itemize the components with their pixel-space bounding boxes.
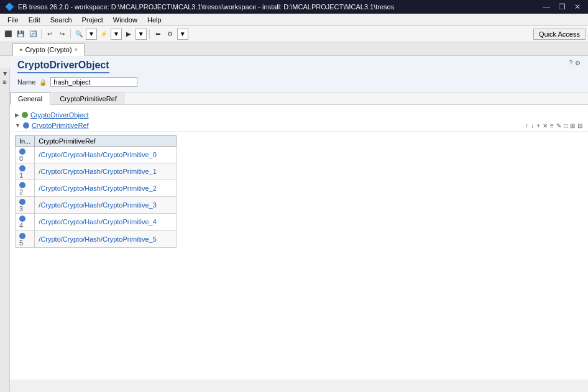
row-icon — [19, 216, 25, 222]
path-cell[interactable]: /Crypto/Crypto/Hash/CryptoPrimitive_3 — [35, 197, 177, 214]
path-cell[interactable]: /Crypto/Crypto/Hash/CryptoPrimitive_4 — [35, 214, 177, 230]
prim-table-body: 0/Crypto/Crypto/Hash/CryptoPrimitive_01/… — [16, 147, 177, 248]
tool-expand-all[interactable]: ⊞ — [569, 122, 576, 129]
table-row: 1/Crypto/Crypto/Hash/CryptoPrimitive_1 — [16, 163, 177, 180]
close-button[interactable]: ✕ — [572, 2, 583, 11]
editor-tab-bar: ● Crypto (Crypto) × — [0, 42, 588, 56]
col-prim-ref: CryptoPrimitiveRef — [35, 136, 177, 147]
tool-up[interactable]: ↑ — [525, 122, 529, 129]
expand-prim-icon[interactable]: ▼ — [15, 122, 21, 129]
table-row: 2/Crypto/Crypto/Hash/CryptoPrimitive_2 — [16, 180, 177, 197]
toolbar: ⬛ 💾 🔄 ↩ ↪ 🔍 ▼ ⚡ ▼ ▶ ▼ ⬅ ⚙ ▼ Quick Access — [0, 26, 588, 42]
toolbar-dropdown-1[interactable]: ▼ — [86, 29, 97, 40]
sidebar-icon-1: ▶ — [2, 72, 7, 76]
menu-file[interactable]: File — [2, 15, 24, 25]
tool-down[interactable]: ↓ — [530, 122, 535, 129]
menu-window[interactable]: Window — [108, 15, 142, 25]
editor-tab-crypto[interactable]: ● Crypto (Crypto) × — [12, 43, 85, 56]
tab-label: Crypto (Crypto) — [25, 46, 71, 53]
index-cell: 2 — [16, 180, 35, 197]
window-title: EB tresos 26.2.0 - workspace: D:\MCALPRO… — [18, 3, 536, 11]
toolbar-btn-5[interactable]: ↪ — [57, 29, 68, 40]
tool-add[interactable]: + — [536, 122, 541, 129]
help-icon[interactable]: ? — [569, 60, 572, 66]
toolbar-sep-2 — [70, 29, 71, 39]
menu-search[interactable]: Search — [45, 15, 77, 25]
toolbar-btn-7[interactable]: ⚡ — [98, 29, 109, 40]
toolbar-btn-4[interactable]: ↩ — [44, 29, 55, 40]
prim-ref-link[interactable]: CryptoPrimitiveRef — [32, 122, 89, 129]
help-icons: ? ⚙ — [569, 60, 581, 66]
driver-object-link[interactable]: CryptoDriverObject — [30, 111, 89, 119]
settings-icon[interactable]: ⚙ — [575, 60, 581, 66]
row-icon — [19, 165, 25, 171]
expand-driver-icon[interactable]: ▶ — [15, 112, 19, 118]
prim-ref-table: In... CryptoPrimitiveRef 0/Crypto/Crypto… — [15, 135, 177, 248]
menu-bar: File Edit Search Project Window Help — [0, 14, 588, 26]
table-row: 4/Crypto/Crypto/Hash/CryptoPrimitive_4 — [16, 214, 177, 230]
toolbar-dropdown-4[interactable]: ▼ — [177, 29, 188, 40]
sidebar-icon-2: ⊞ — [2, 80, 7, 84]
tree-section: ▶ CryptoDriverObject ▼ CryptoPrimitiveRe… — [10, 105, 588, 257]
prim-ref-header: ▼ CryptoPrimitiveRef ↑ ↓ + ✕ ≡ ✎ □ ⊞ ⊟ — [10, 120, 588, 132]
table-row: 3/Crypto/Crypto/Hash/CryptoPrimitive_3 — [16, 197, 177, 214]
prim-ref-icon — [23, 122, 29, 129]
index-cell: 1 — [16, 163, 35, 180]
left-sidebar: ▶ ⊞ — [0, 68, 10, 380]
toolbar-btn-9[interactable]: ⬅ — [152, 29, 163, 40]
tab-general[interactable]: General — [10, 93, 50, 105]
toolbar-dropdown-2[interactable]: ▼ — [111, 29, 122, 40]
title-bar: 🔷 EB tresos 26.2.0 - workspace: D:\MCALP… — [0, 0, 588, 14]
table-row: 0/Crypto/Crypto/Hash/CryptoPrimitive_0 — [16, 147, 177, 163]
editor-header: CryptoDriverObject ? ⚙ Name 🔒 — [10, 56, 588, 93]
toolbar-sep-3 — [149, 29, 150, 39]
restore-button[interactable]: ❐ — [556, 2, 568, 11]
tab-close-button[interactable]: × — [75, 47, 78, 53]
toolbar-dropdown-3[interactable]: ▼ — [136, 29, 147, 40]
toolbar-btn-8[interactable]: ▶ — [123, 29, 134, 40]
path-cell[interactable]: /Crypto/Crypto/Hash/CryptoPrimitive_5 — [35, 230, 177, 247]
table-row: 5/Crypto/Crypto/Hash/CryptoPrimitive_5 — [16, 230, 177, 247]
driver-object-row: ▶ CryptoDriverObject — [10, 110, 588, 120]
quick-access-button[interactable]: Quick Access — [533, 29, 586, 40]
row-icon — [19, 199, 25, 205]
tool-remove[interactable]: ✕ — [542, 122, 548, 129]
menu-project[interactable]: Project — [77, 15, 108, 25]
name-input[interactable] — [50, 77, 137, 87]
name-row: Name 🔒 — [17, 77, 581, 87]
path-cell[interactable]: /Crypto/Crypto/Hash/CryptoPrimitive_2 — [35, 180, 177, 197]
minimize-button[interactable]: — — [540, 2, 553, 11]
row-icon — [19, 233, 25, 239]
toolbar-btn-10[interactable]: ⚙ — [165, 29, 176, 40]
content-tabs: General CryptoPrimitiveRef — [10, 93, 588, 105]
main-content: CryptoDriverObject ? ⚙ Name 🔒 General Cr… — [10, 56, 588, 380]
path-cell[interactable]: /Crypto/Crypto/Hash/CryptoPrimitive_0 — [35, 147, 177, 163]
section-tools: ↑ ↓ + ✕ ≡ ✎ □ ⊞ ⊟ — [525, 122, 583, 129]
tool-edit[interactable]: ✎ — [556, 122, 562, 129]
window-controls: — ❐ ✕ — [540, 2, 583, 11]
row-icon — [19, 148, 25, 155]
toolbar-btn-1[interactable]: ⬛ — [2, 29, 14, 40]
index-cell: 4 — [16, 214, 35, 230]
tool-menu[interactable]: ≡ — [549, 122, 554, 129]
path-cell[interactable]: /Crypto/Crypto/Hash/CryptoPrimitive_1 — [35, 163, 177, 180]
tab-icon: ● — [19, 47, 22, 53]
toolbar-btn-2[interactable]: 💾 — [15, 29, 26, 40]
index-cell: 5 — [16, 230, 35, 247]
row-icon — [19, 182, 25, 188]
driver-object-icon — [22, 112, 28, 118]
col-index: In... — [16, 136, 35, 147]
menu-help[interactable]: Help — [142, 15, 167, 25]
app-icon: 🔷 — [5, 2, 14, 11]
tool-copy[interactable]: □ — [563, 122, 568, 129]
toolbar-btn-3[interactable]: 🔄 — [27, 29, 39, 40]
object-title: CryptoDriverObject — [17, 60, 109, 73]
name-label: Name — [17, 78, 35, 86]
index-cell: 0 — [16, 147, 35, 163]
toolbar-btn-6[interactable]: 🔍 — [73, 29, 85, 40]
index-cell: 3 — [16, 197, 35, 214]
tab-crypto-primitive-ref[interactable]: CryptoPrimitiveRef — [52, 93, 125, 104]
tool-collapse-all[interactable]: ⊟ — [577, 122, 583, 129]
toolbar-sep-1 — [41, 29, 42, 39]
menu-edit[interactable]: Edit — [24, 15, 45, 25]
